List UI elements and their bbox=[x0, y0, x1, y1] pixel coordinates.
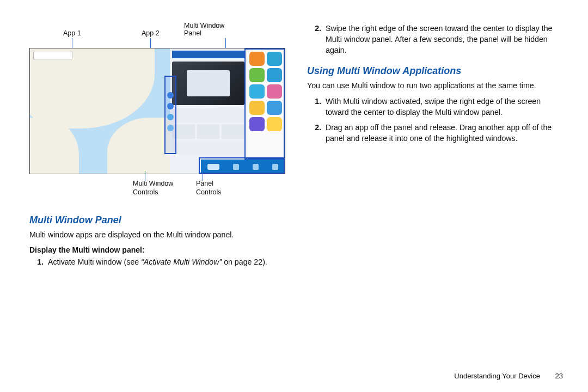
using-mw-step-2: Drag an app off the panel and release. D… bbox=[323, 122, 563, 144]
highlight-panel-controls bbox=[199, 157, 285, 174]
callout-mw-controls: Multi Window Controls bbox=[133, 180, 173, 197]
using-mw-intro: You can use Multi window to run two appl… bbox=[307, 80, 563, 91]
callout-app1: App 1 bbox=[63, 29, 81, 38]
leader-app2 bbox=[150, 38, 151, 48]
highlight-panel bbox=[244, 48, 285, 160]
callout-panel-controls-l2: Controls bbox=[196, 188, 222, 196]
display-panel-steps-cont: Swipe the right edge of the screen towar… bbox=[307, 23, 563, 56]
diagram-app1-region bbox=[30, 48, 170, 174]
diagram-app2-region bbox=[170, 48, 246, 174]
step1-reference: “Activate Multi Window” bbox=[141, 258, 222, 266]
callout-panel-controls: Panel Controls bbox=[196, 180, 222, 197]
footer-page-number: 23 bbox=[555, 372, 563, 380]
using-mw-step-1: With Multi window activated, swipe the r… bbox=[323, 96, 563, 118]
callout-mw-panel-line2: Panel bbox=[184, 29, 201, 38]
map-search-bar bbox=[33, 52, 72, 59]
callout-app2: App 2 bbox=[142, 29, 160, 38]
step1-pre: Activate Multi window (see bbox=[48, 258, 141, 266]
leader-panel bbox=[225, 38, 226, 48]
footer-section: Understanding Your Device bbox=[454, 372, 540, 380]
step1-post: on page 22). bbox=[222, 258, 267, 266]
display-panel-step-2: Swipe the right edge of the screen towar… bbox=[323, 23, 563, 56]
left-column: App 1 App 2 Multi Window Panel bbox=[29, 22, 285, 381]
callout-mw-panel-line1: Multi Window bbox=[184, 22, 224, 30]
subhead-display-panel: Display the Multi window panel: bbox=[29, 246, 285, 254]
diagram-bottom-callouts: Multi Window Controls Panel Controls bbox=[29, 174, 285, 205]
display-panel-step-1: Activate Multi window (see “Activate Mul… bbox=[46, 256, 285, 267]
leader-app1 bbox=[72, 38, 72, 48]
using-mw-steps: With Multi window activated, swipe the r… bbox=[307, 96, 563, 144]
callout-panel-controls-l1: Panel bbox=[196, 180, 213, 187]
heading-multi-window-panel: Multi Window Panel bbox=[29, 215, 285, 226]
page-footer: Understanding Your Device 23 bbox=[454, 372, 563, 380]
callout-mw-controls-l2: Controls bbox=[133, 188, 158, 196]
mw-panel-intro: Multi window apps are displayed on the M… bbox=[29, 229, 285, 240]
multiwindow-diagram bbox=[29, 48, 285, 174]
right-column: Swipe the right edge of the screen towar… bbox=[307, 22, 563, 381]
diagram-top-callouts: App 1 App 2 Multi Window Panel bbox=[29, 22, 285, 44]
diagram-multiwindow-controls bbox=[164, 76, 176, 154]
callout-mw-controls-l1: Multi Window bbox=[133, 180, 173, 187]
heading-using-mw-apps: Using Multi Window Applications bbox=[307, 65, 563, 77]
display-panel-steps: Activate Multi window (see “Activate Mul… bbox=[29, 256, 285, 267]
